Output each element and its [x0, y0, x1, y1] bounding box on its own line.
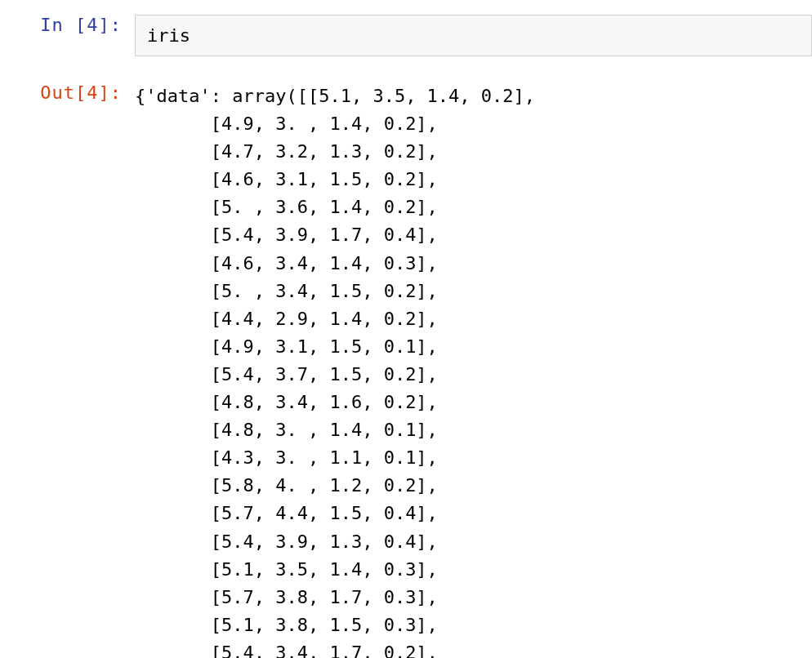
- code-input[interactable]: iris: [135, 15, 812, 56]
- output-text: {'data': array([[5.1, 3.5, 1.4, 0.2], [4…: [135, 82, 812, 658]
- output-prompt: Out[4]:: [0, 82, 135, 103]
- input-cell: In [4]: iris: [0, 0, 812, 56]
- input-prompt: In [4]:: [0, 15, 135, 35]
- code-text: iris: [147, 25, 190, 46]
- output-cell: Out[4]: {'data': array([[5.1, 3.5, 1.4, …: [0, 68, 812, 658]
